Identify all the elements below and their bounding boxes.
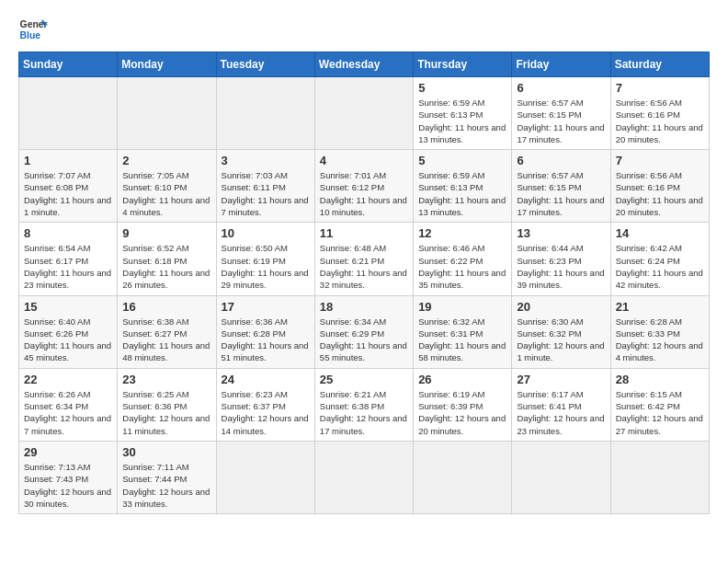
calendar-cell: 14 Sunrise: 6:42 AMSunset: 6:24 PMDaylig… xyxy=(610,223,709,295)
week-row-3: 15 Sunrise: 6:40 AMSunset: 6:26 PMDaylig… xyxy=(19,295,710,368)
day-info: Sunrise: 6:44 AMSunset: 6:23 PMDaylight:… xyxy=(517,243,604,290)
week-row-5: 29 Sunrise: 7:13 AMSunset: 7:43 PMDaylig… xyxy=(19,441,710,513)
day-number: 16 xyxy=(122,300,210,314)
day-info: Sunrise: 6:57 AMSunset: 6:15 PMDaylight:… xyxy=(517,98,604,144)
weekday-header-wednesday: Wednesday xyxy=(314,52,413,77)
day-info: Sunrise: 6:38 AMSunset: 6:27 PMDaylight:… xyxy=(122,316,210,363)
day-number: 5 xyxy=(418,81,506,95)
calendar-cell: 8 Sunrise: 6:54 AMSunset: 6:17 PMDayligh… xyxy=(19,223,118,295)
day-number: 17 xyxy=(222,300,310,314)
calendar-cell: 30 Sunrise: 7:11 AMSunset: 7:44 PMDaylig… xyxy=(118,441,216,513)
calendar-cell: 10 Sunrise: 6:50 AMSunset: 6:19 PMDaylig… xyxy=(216,223,314,295)
calendar-cell xyxy=(610,441,709,513)
day-info: Sunrise: 6:21 AMSunset: 6:38 PMDaylight:… xyxy=(320,389,407,436)
calendar-cell: 25 Sunrise: 6:21 AMSunset: 6:38 PMDaylig… xyxy=(314,368,413,441)
calendar-cell: 16 Sunrise: 6:38 AMSunset: 6:27 PMDaylig… xyxy=(118,295,216,368)
day-info: Sunrise: 6:17 AMSunset: 6:41 PMDaylight:… xyxy=(517,389,604,436)
calendar-cell: 21 Sunrise: 6:28 AMSunset: 6:33 PMDaylig… xyxy=(610,295,709,368)
calendar-cell: 24 Sunrise: 6:23 AMSunset: 6:37 PMDaylig… xyxy=(216,368,314,441)
calendar-cell: 9 Sunrise: 6:52 AMSunset: 6:18 PMDayligh… xyxy=(118,223,216,295)
day-info: Sunrise: 7:13 AMSunset: 7:43 PMDaylight:… xyxy=(24,462,111,509)
day-number: 12 xyxy=(418,226,506,240)
day-info: Sunrise: 6:42 AMSunset: 6:24 PMDaylight:… xyxy=(616,243,703,290)
calendar-cell: 5 Sunrise: 6:59 AMSunset: 6:13 PMDayligh… xyxy=(414,77,512,150)
calendar-cell xyxy=(118,77,216,150)
calendar-cell: 26 Sunrise: 6:19 AMSunset: 6:39 PMDaylig… xyxy=(414,368,512,441)
header: General Blue xyxy=(18,15,710,44)
day-number: 1 xyxy=(24,154,112,167)
calendar-cell xyxy=(216,77,314,150)
weekday-header-tuesday: Tuesday xyxy=(216,52,314,77)
day-info: Sunrise: 6:26 AMSunset: 6:34 PMDaylight:… xyxy=(24,389,111,436)
day-number: 14 xyxy=(616,226,704,240)
day-number: 7 xyxy=(616,81,704,95)
calendar-cell: 15 Sunrise: 6:40 AMSunset: 6:26 PMDaylig… xyxy=(19,295,118,368)
calendar-cell: 6 Sunrise: 6:57 AMSunset: 6:15 PMDayligh… xyxy=(512,77,610,150)
day-number: 2 xyxy=(122,154,210,167)
day-info: Sunrise: 7:07 AMSunset: 6:08 PMDaylight:… xyxy=(24,170,111,217)
calendar-cell: 2 Sunrise: 7:05 AMSunset: 6:10 PMDayligh… xyxy=(118,150,216,223)
day-number: 4 xyxy=(320,154,408,167)
day-number: 18 xyxy=(320,300,408,314)
day-number: 7 xyxy=(616,154,704,167)
day-number: 9 xyxy=(122,226,210,240)
day-number: 20 xyxy=(517,300,605,314)
week-row-4: 22 Sunrise: 6:26 AMSunset: 6:34 PMDaylig… xyxy=(19,368,710,441)
day-number: 3 xyxy=(222,154,310,167)
day-info: Sunrise: 6:56 AMSunset: 6:16 PMDaylight:… xyxy=(616,98,703,144)
day-number: 24 xyxy=(222,373,310,386)
calendar-cell: 20 Sunrise: 6:30 AMSunset: 6:32 PMDaylig… xyxy=(512,295,610,368)
day-info: Sunrise: 6:19 AMSunset: 6:39 PMDaylight:… xyxy=(418,389,506,436)
day-info: Sunrise: 6:15 AMSunset: 6:42 PMDaylight:… xyxy=(616,389,703,436)
calendar-cell: 19 Sunrise: 6:32 AMSunset: 6:31 PMDaylig… xyxy=(414,295,512,368)
calendar-cell: 17 Sunrise: 6:36 AMSunset: 6:28 PMDaylig… xyxy=(216,295,314,368)
day-number: 19 xyxy=(418,300,506,314)
calendar-cell: 11 Sunrise: 6:48 AMSunset: 6:21 PMDaylig… xyxy=(314,223,413,295)
weekday-header-friday: Friday xyxy=(512,52,610,77)
weekday-header-sunday: Sunday xyxy=(19,52,118,77)
day-number: 8 xyxy=(24,226,112,240)
calendar-cell: 22 Sunrise: 6:26 AMSunset: 6:34 PMDaylig… xyxy=(19,368,118,441)
day-number: 11 xyxy=(320,226,408,240)
day-info: Sunrise: 6:36 AMSunset: 6:28 PMDaylight:… xyxy=(222,316,309,363)
day-number: 25 xyxy=(320,373,408,386)
week-row-0: 5 Sunrise: 6:59 AMSunset: 6:13 PMDayligh… xyxy=(19,77,710,150)
day-number: 30 xyxy=(122,445,210,459)
calendar-cell xyxy=(314,77,413,150)
day-number: 27 xyxy=(517,373,605,386)
day-number: 28 xyxy=(616,373,704,386)
svg-text:Blue: Blue xyxy=(20,30,41,40)
calendar-cell: 7 Sunrise: 6:56 AMSunset: 6:16 PMDayligh… xyxy=(610,150,709,223)
calendar-cell xyxy=(512,441,610,513)
day-number: 21 xyxy=(616,300,704,314)
day-info: Sunrise: 6:59 AMSunset: 6:13 PMDaylight:… xyxy=(418,98,506,144)
day-info: Sunrise: 6:28 AMSunset: 6:33 PMDaylight:… xyxy=(616,316,703,363)
day-info: Sunrise: 6:56 AMSunset: 6:16 PMDaylight:… xyxy=(616,170,703,217)
week-row-1: 1 Sunrise: 7:07 AMSunset: 6:08 PMDayligh… xyxy=(19,150,710,223)
day-number: 10 xyxy=(222,226,310,240)
day-info: Sunrise: 6:25 AMSunset: 6:36 PMDaylight:… xyxy=(122,389,210,436)
calendar-cell: 12 Sunrise: 6:46 AMSunset: 6:22 PMDaylig… xyxy=(414,223,512,295)
day-info: Sunrise: 7:01 AMSunset: 6:12 PMDaylight:… xyxy=(320,170,407,217)
day-info: Sunrise: 6:52 AMSunset: 6:18 PMDaylight:… xyxy=(122,243,210,290)
calendar-cell: 28 Sunrise: 6:15 AMSunset: 6:42 PMDaylig… xyxy=(610,368,709,441)
calendar-cell: 4 Sunrise: 7:01 AMSunset: 6:12 PMDayligh… xyxy=(314,150,413,223)
day-info: Sunrise: 6:32 AMSunset: 6:31 PMDaylight:… xyxy=(418,316,506,363)
day-number: 6 xyxy=(517,81,605,95)
calendar-cell xyxy=(216,441,314,513)
weekday-header-saturday: Saturday xyxy=(610,52,709,77)
calendar-cell: 1 Sunrise: 7:07 AMSunset: 6:08 PMDayligh… xyxy=(19,150,118,223)
day-info: Sunrise: 7:11 AMSunset: 7:44 PMDaylight:… xyxy=(122,462,210,509)
day-info: Sunrise: 7:05 AMSunset: 6:10 PMDaylight:… xyxy=(122,170,210,217)
day-info: Sunrise: 6:34 AMSunset: 6:29 PMDaylight:… xyxy=(320,316,407,363)
calendar-cell xyxy=(414,441,512,513)
logo-icon: General Blue xyxy=(18,15,48,44)
day-info: Sunrise: 6:54 AMSunset: 6:17 PMDaylight:… xyxy=(24,243,111,290)
page-container: General Blue SundayMondayTuesdayWednesda… xyxy=(18,15,710,514)
calendar-cell xyxy=(19,77,118,150)
calendar-cell: 5 Sunrise: 6:59 AMSunset: 6:13 PMDayligh… xyxy=(414,150,512,223)
day-number: 22 xyxy=(24,373,112,386)
calendar-cell: 7 Sunrise: 6:56 AMSunset: 6:16 PMDayligh… xyxy=(610,77,709,150)
calendar-cell: 13 Sunrise: 6:44 AMSunset: 6:23 PMDaylig… xyxy=(512,223,610,295)
day-info: Sunrise: 6:40 AMSunset: 6:26 PMDaylight:… xyxy=(24,316,111,363)
